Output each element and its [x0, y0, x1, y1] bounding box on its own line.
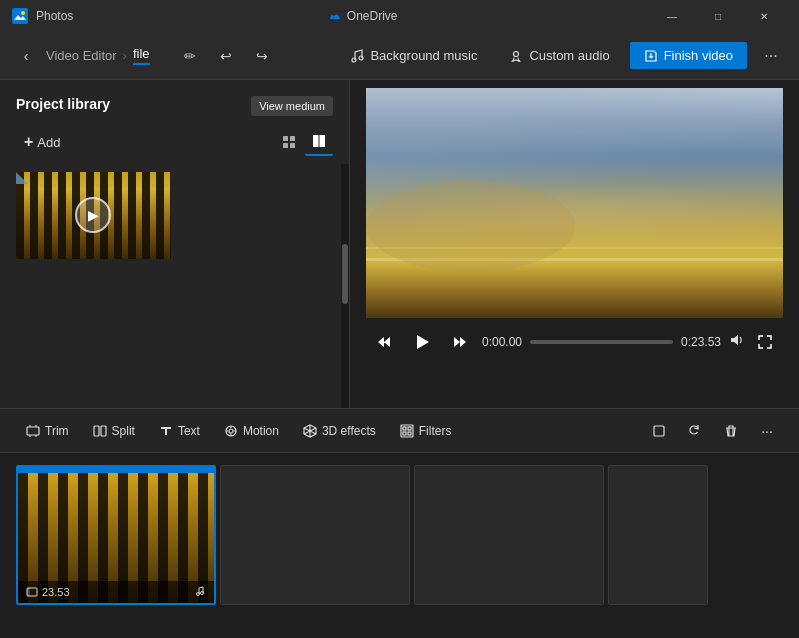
- toolbar-more-button[interactable]: ···: [755, 40, 787, 72]
- svg-rect-9: [313, 135, 319, 147]
- effects-icon: [303, 424, 317, 438]
- project-library-panel: Project library ‹ + Add View medium: [0, 80, 350, 408]
- filters-button[interactable]: Filters: [390, 419, 462, 443]
- custom-audio-label: Custom audio: [529, 48, 609, 63]
- svg-rect-10: [320, 135, 326, 147]
- motion-label: Motion: [243, 424, 279, 438]
- svg-rect-8: [290, 143, 295, 148]
- text-label: Text: [178, 424, 200, 438]
- more-dots-icon: ···: [761, 423, 773, 439]
- svg-rect-21: [654, 426, 664, 436]
- timeline: 23.53: [0, 453, 799, 638]
- filters-icon: [400, 424, 414, 438]
- scrollbar-thumb[interactable]: [342, 244, 348, 304]
- 3deffects-button[interactable]: 3D effects: [293, 419, 386, 443]
- video-frame: [366, 88, 783, 318]
- breadcrumb-text: Video Editor › file: [46, 46, 150, 65]
- svg-rect-13: [101, 426, 106, 436]
- main-toolbar: ‹ Video Editor › file ✏ ↩ ↪ Background m…: [0, 32, 799, 80]
- filters-label: Filters: [419, 424, 452, 438]
- fullscreen-icon: [758, 335, 772, 349]
- main-content: Project library ‹ + Add View medium: [0, 80, 799, 408]
- edit-toolbar-right: ···: [643, 415, 783, 447]
- grid-small-icon: [282, 135, 296, 149]
- library-toolbar: + Add View medium: [0, 124, 349, 164]
- split-button[interactable]: Split: [83, 419, 145, 443]
- split-icon: [93, 424, 107, 438]
- onedrive-label: OneDrive: [347, 9, 398, 23]
- trim-button[interactable]: Trim: [16, 419, 79, 443]
- play-button[interactable]: [406, 326, 438, 358]
- view-medium-tooltip: View medium: [251, 96, 333, 116]
- app-title: Photos: [36, 9, 73, 23]
- close-button[interactable]: ✕: [741, 0, 787, 32]
- svg-rect-19: [403, 432, 406, 435]
- maximize-button[interactable]: □: [695, 0, 741, 32]
- delete-icon: [724, 424, 738, 438]
- crop-button[interactable]: [643, 415, 675, 447]
- view-medium-grid-button[interactable]: [305, 128, 333, 156]
- back-button[interactable]: ‹: [12, 42, 40, 70]
- onedrive-indicator: OneDrive: [325, 8, 398, 24]
- music-icon: [350, 49, 364, 63]
- clip-duration: 23.53: [26, 586, 70, 598]
- volume-svg: [729, 333, 743, 347]
- svg-point-25: [201, 592, 204, 595]
- delete-button[interactable]: [715, 415, 747, 447]
- svg-rect-0: [12, 8, 28, 24]
- progress-bar[interactable]: [530, 340, 673, 344]
- undo-button[interactable]: ↩: [210, 40, 242, 72]
- fullscreen-button[interactable]: [751, 328, 779, 356]
- rotate-button[interactable]: [679, 415, 711, 447]
- motion-icon: [224, 424, 238, 438]
- clip-audio-icon: [194, 585, 206, 599]
- split-label: Split: [112, 424, 135, 438]
- trim-label: Trim: [45, 424, 69, 438]
- more-button[interactable]: ···: [751, 415, 783, 447]
- play-icon: [413, 333, 431, 351]
- svg-point-4: [514, 51, 519, 56]
- play-circle: ▶: [75, 197, 111, 233]
- motion-button[interactable]: Motion: [214, 419, 289, 443]
- empty-clip-2: [414, 465, 604, 605]
- view-small-grid-button[interactable]: [275, 128, 303, 156]
- text-button[interactable]: Text: [149, 419, 210, 443]
- finish-video-button[interactable]: Finish video: [630, 42, 747, 69]
- bottom-area: Trim Split Text Motion 3D effects: [0, 408, 799, 638]
- table-row[interactable]: 23.53: [16, 465, 216, 605]
- scrollbar-track: [341, 164, 349, 408]
- export-icon: [644, 49, 658, 63]
- view-toggle: [275, 128, 333, 156]
- volume-icon: [729, 333, 743, 350]
- svg-rect-12: [94, 426, 99, 436]
- list-item[interactable]: ▶: [16, 172, 171, 259]
- preview-controls: 0:00.00 0:23.53: [366, 318, 783, 366]
- redo-button[interactable]: ↪: [246, 40, 278, 72]
- add-media-button[interactable]: + Add: [16, 129, 68, 155]
- video-preview-area: [366, 88, 783, 318]
- clip-icon: [26, 586, 38, 598]
- background-music-label: Background music: [370, 48, 477, 63]
- audio-icon: [509, 49, 523, 63]
- skip-icon: [453, 335, 467, 349]
- audio-wave-icon: [194, 585, 206, 597]
- svg-rect-23: [27, 588, 30, 596]
- breadcrumb: ‹ Video Editor › file: [12, 42, 150, 70]
- crop-icon: [652, 424, 666, 438]
- finish-video-label: Finish video: [664, 48, 733, 63]
- svg-rect-18: [408, 427, 411, 430]
- svg-point-15: [229, 429, 233, 433]
- breadcrumb-current: file: [133, 46, 150, 65]
- empty-clip-1: [220, 465, 410, 605]
- time-total: 0:23.53: [681, 335, 721, 349]
- text-icon: [159, 424, 173, 438]
- edit-button[interactable]: ✏: [174, 40, 206, 72]
- rewind-button[interactable]: [370, 328, 398, 356]
- toolbar-edit-actions: ✏ ↩ ↪: [174, 40, 278, 72]
- skip-button[interactable]: [446, 328, 474, 356]
- 3deffects-label: 3D effects: [322, 424, 376, 438]
- custom-audio-button[interactable]: Custom audio: [497, 42, 621, 69]
- background-music-button[interactable]: Background music: [338, 42, 489, 69]
- minimize-button[interactable]: —: [649, 0, 695, 32]
- rotate-icon: [688, 424, 702, 438]
